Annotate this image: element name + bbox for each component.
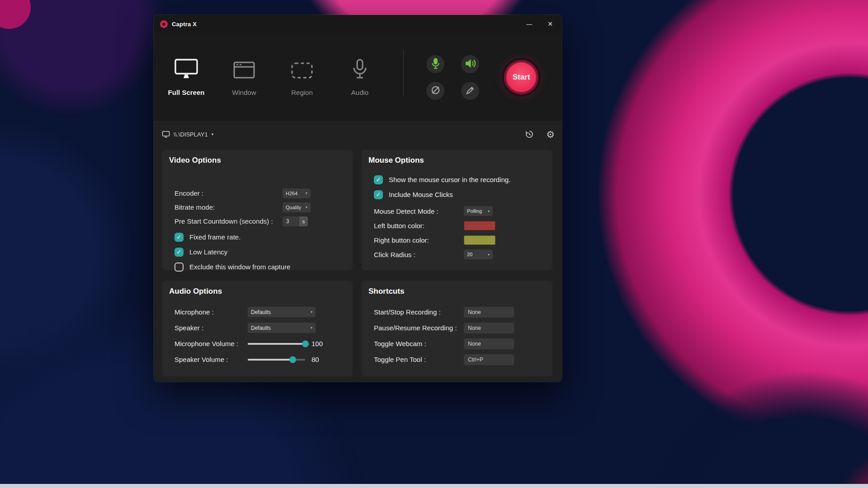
countdown-row: Pre Start Countdown (seconds) : 3 s (162, 214, 353, 228)
chevron-down-icon: ▾ (488, 253, 490, 257)
start-recording-button[interactable]: Start (504, 60, 538, 94)
chevron-down-icon: ▾ (488, 209, 490, 213)
mouse-detect-mode-select[interactable]: Polling ▾ (464, 206, 493, 216)
close-button[interactable]: ✕ (546, 19, 555, 29)
right-button-color-swatch[interactable] (464, 235, 495, 245)
checkbox-exclude-window[interactable]: ✓ Exclude this window from capture (162, 259, 353, 274)
checkbox-include-clicks[interactable]: ✓ Include Mouse Clicks (362, 187, 552, 202)
check-icon: ✓ (177, 249, 182, 255)
titlebar: Captra X — ✕ (154, 15, 562, 33)
countdown-input[interactable]: 3 (283, 216, 299, 226)
chevron-down-icon: ▾ (311, 326, 312, 330)
bitrate-row: Bitrate mode: Quality ▾ (162, 200, 353, 214)
minimize-button[interactable]: — (524, 19, 534, 29)
desktop-background: Captra X — ✕ Full Screen (0, 0, 868, 488)
speaker-on-icon (465, 58, 476, 70)
audio-options-panel: Audio Options Microphone : Defaults ▾ Sp… (162, 281, 353, 376)
pen-tool-toggle-button[interactable] (461, 82, 479, 100)
background-shape (0, 0, 167, 117)
start-button-label: Start (513, 73, 530, 81)
mode-full-screen[interactable]: Full Screen (157, 56, 215, 96)
background-shape (0, 0, 31, 29)
mode-region[interactable]: Region (273, 56, 331, 96)
checkbox-show-cursor[interactable]: ✓ Show the mouse cursor in the recording… (362, 172, 552, 187)
microphone-toggle-button[interactable] (426, 55, 444, 73)
history-button[interactable] (525, 130, 534, 139)
webcam-toggle-button[interactable] (426, 82, 444, 100)
video-options-panel: Video Options Encoder : H264 ▾ Bitrate m… (162, 150, 353, 270)
checkbox[interactable]: ✓ (374, 175, 383, 184)
panel-title: Mouse Options (368, 156, 552, 165)
speaker-volume-value: 80 (311, 356, 319, 363)
capture-toolbar: Full Screen Window (154, 33, 562, 120)
app-window: Captra X — ✕ Full Screen (154, 15, 562, 382)
microphone-select[interactable]: Defaults ▾ (248, 307, 316, 317)
right-color-row: Right button color: (362, 233, 552, 247)
speaker-select[interactable]: Defaults ▾ (248, 323, 316, 333)
slider-handle[interactable] (302, 340, 309, 347)
checkbox-low-latency[interactable]: ✓ Low Latency (162, 244, 353, 259)
mic-volume-row: Microphone Volume : 100 (162, 336, 353, 352)
chevron-down-icon: ▾ (311, 310, 312, 314)
pause-resume-hotkey-input[interactable]: None (464, 323, 514, 333)
speaker-volume-slider[interactable] (248, 359, 305, 361)
mic-on-icon (431, 58, 440, 71)
mode-label: Region (291, 89, 313, 96)
background-ring-shape (597, 0, 868, 447)
mode-audio[interactable]: Audio (331, 56, 389, 96)
click-radius-select[interactable]: 20 ▾ (464, 249, 493, 259)
chevron-down-icon: ▾ (306, 191, 307, 195)
quick-toggles (426, 55, 479, 100)
shortcut-row: Pause/Resume Recording : None (362, 320, 552, 336)
mode-label: Window (232, 89, 256, 96)
window-title: Captra X (172, 21, 197, 28)
countdown-unit-button[interactable]: s (299, 216, 308, 226)
history-icon (525, 130, 534, 139)
settings-button[interactable]: ⚙ (546, 130, 555, 139)
window-icon (233, 56, 255, 80)
start-stop-hotkey-input[interactable]: None (464, 307, 514, 318)
background-shape (646, 371, 868, 488)
mode-label: Full Screen (168, 89, 205, 96)
checkbox-fixed-frame-rate[interactable]: ✓ Fixed frame rate. (162, 230, 353, 244)
microphone-volume-slider[interactable] (248, 343, 305, 345)
encoder-select[interactable]: H264 ▾ (283, 188, 311, 198)
check-icon: ✓ (376, 192, 381, 197)
panel-title: Shortcuts (368, 287, 552, 296)
panel-title: Video Options (169, 156, 353, 165)
background-shape (0, 117, 136, 389)
settings-content: \\.\DISPLAY1 ▾ ⚙ (154, 120, 562, 382)
toggle-pen-hotkey-input[interactable]: Ctrl+P (464, 354, 514, 365)
background-shape (832, 447, 868, 488)
monitor-icon (174, 56, 198, 80)
webcam-off-icon (430, 85, 441, 97)
check-icon: ✓ (376, 177, 381, 183)
checkbox[interactable]: ✓ (175, 233, 184, 242)
checkbox[interactable]: ✓ (374, 190, 383, 199)
bitrate-mode-select[interactable]: Quality ▾ (283, 202, 311, 212)
panel-title: Audio Options (169, 287, 353, 296)
slider-handle[interactable] (289, 356, 296, 363)
checkbox[interactable]: ✓ (175, 263, 184, 272)
display-bar-actions: ⚙ (525, 130, 555, 139)
speaker-row: Speaker : Defaults ▾ (162, 320, 353, 336)
click-radius-row: Click Radius : 20 ▾ (362, 247, 552, 262)
mouse-options-panel: Mouse Options ✓ Show the mouse cursor in… (362, 150, 552, 270)
checkbox[interactable]: ✓ (175, 248, 184, 257)
mouse-detect-row: Mouse Detect Mode : Polling ▾ (362, 204, 552, 218)
toggle-webcam-hotkey-input[interactable]: None (464, 338, 514, 349)
taskbar[interactable] (0, 484, 868, 488)
display-selector[interactable]: \\.\DISPLAY1 ▾ (162, 131, 213, 138)
shortcut-row: Toggle Webcam : None (362, 336, 552, 352)
speaker-volume-row: Speaker Volume : 80 (162, 352, 353, 367)
chevron-down-icon: ▾ (212, 132, 214, 136)
mode-window[interactable]: Window (215, 56, 273, 96)
check-icon: ✓ (177, 234, 182, 240)
speaker-toggle-button[interactable] (461, 55, 479, 73)
shortcut-row: Start/Stop Recording : None (362, 304, 552, 320)
encoder-row: Encoder : H264 ▾ (162, 186, 353, 200)
pencil-icon (465, 85, 475, 97)
toolbar-divider (403, 50, 404, 95)
display-monitor-icon (162, 131, 170, 138)
left-button-color-swatch[interactable] (464, 221, 495, 230)
